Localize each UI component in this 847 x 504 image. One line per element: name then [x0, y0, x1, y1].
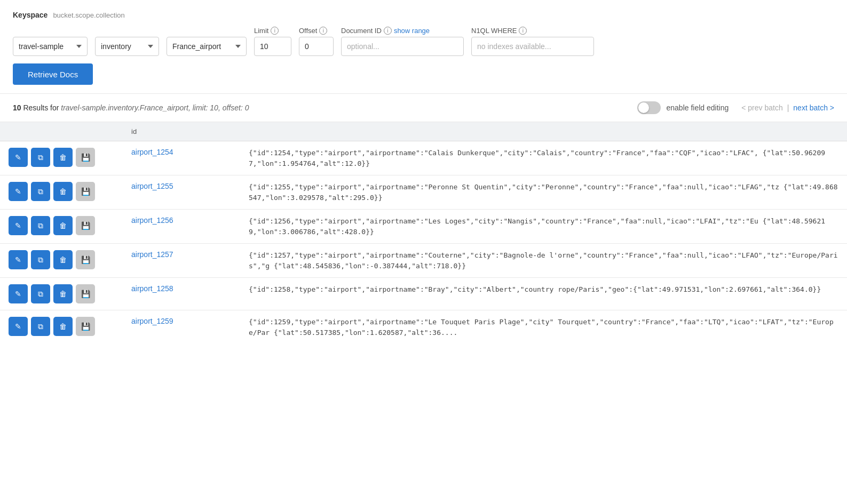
edit-button[interactable]: ✎	[9, 284, 28, 303]
save-button[interactable]: 💾	[76, 148, 95, 167]
copy-icon: ⧉	[38, 255, 43, 265]
trash-icon: 🗑	[59, 290, 67, 298]
table-row: ✎ ⧉ 🗑 💾 airport_1254{"id":1254,"type":"a…	[0, 141, 847, 175]
actions-column-header	[0, 122, 123, 141]
delete-button[interactable]: 🗑	[53, 148, 73, 167]
pencil-icon: ✎	[15, 221, 21, 230]
results-table-container: id ✎ ⧉ 🗑 💾 airport_1254{"id":1254,"type"…	[0, 122, 847, 344]
copy-button[interactable]: ⧉	[31, 148, 50, 167]
table-row: ✎ ⧉ 🗑 💾 airport_1259{"id":1259,"type":"a…	[0, 310, 847, 345]
copy-button[interactable]: ⧉	[31, 250, 50, 269]
n1ql-label: N1QL WHERE	[471, 27, 517, 35]
save-icon: 💾	[81, 255, 90, 264]
enable-editing-label: enable field editing	[666, 103, 729, 112]
document-id-cell[interactable]: airport_1255	[123, 175, 240, 210]
keyspace-label: Keyspace	[13, 11, 48, 19]
save-button[interactable]: 💾	[76, 216, 95, 235]
pencil-icon: ✎	[15, 153, 21, 162]
limit-input[interactable]	[254, 37, 291, 56]
data-column-header	[240, 122, 847, 141]
results-count: 10	[13, 103, 21, 112]
docid-input[interactable]	[341, 37, 464, 56]
scope-select[interactable]: inventory	[95, 37, 159, 56]
document-data-cell: {"id":1254,"type":"airport","airportname…	[240, 141, 847, 175]
document-id-cell[interactable]: airport_1258	[123, 278, 240, 310]
copy-icon: ⧉	[38, 290, 43, 299]
save-button[interactable]: 💾	[76, 182, 95, 201]
limit-info-icon: i	[271, 27, 279, 35]
pencil-icon: ✎	[15, 187, 21, 196]
results-summary: 10 Results for travel-sample.inventory.F…	[13, 103, 624, 112]
results-query-info: travel-sample.inventory.France_airport, …	[61, 103, 249, 112]
offset-label: Offset	[299, 27, 317, 35]
edit-button[interactable]: ✎	[9, 148, 28, 167]
edit-button[interactable]: ✎	[9, 250, 28, 269]
results-table: id ✎ ⧉ 🗑 💾 airport_1254{"id":1254,"type"…	[0, 122, 847, 344]
keyspace-sublabel: bucket.scope.collection	[53, 11, 124, 19]
save-icon: 💾	[81, 290, 90, 298]
n1ql-info-icon: i	[519, 27, 527, 35]
save-button[interactable]: 💾	[76, 317, 95, 336]
save-icon: 💾	[81, 221, 90, 230]
table-row: ✎ ⧉ 🗑 💾 airport_1256{"id":1256,"type":"a…	[0, 210, 847, 244]
copy-button[interactable]: ⧉	[31, 182, 50, 201]
collection-select[interactable]: France_airport	[167, 37, 247, 56]
copy-button[interactable]: ⧉	[31, 216, 50, 235]
trash-icon: 🗑	[59, 221, 67, 230]
document-data-cell: {"id":1255,"type":"airport","airportname…	[240, 175, 847, 210]
id-column-header: id	[123, 122, 240, 141]
edit-button[interactable]: ✎	[9, 182, 28, 201]
delete-button[interactable]: 🗑	[53, 250, 73, 269]
edit-button[interactable]: ✎	[9, 317, 28, 336]
copy-icon: ⧉	[38, 221, 43, 230]
table-row: ✎ ⧉ 🗑 💾 airport_1257{"id":1257,"type":"a…	[0, 244, 847, 278]
delete-button[interactable]: 🗑	[53, 317, 73, 336]
document-id-cell[interactable]: airport_1257	[123, 244, 240, 278]
show-range-link[interactable]: show range	[394, 27, 430, 35]
offset-info-icon: i	[319, 27, 327, 35]
save-button[interactable]: 💾	[76, 284, 95, 303]
retrieve-docs-button[interactable]: Retrieve Docs	[13, 63, 93, 85]
results-text: Results for	[23, 103, 59, 112]
save-icon: 💾	[81, 153, 90, 162]
pencil-icon: ✎	[15, 322, 21, 331]
docid-info-icon: i	[384, 27, 392, 35]
prev-batch-button[interactable]: < prev batch	[741, 103, 782, 112]
table-header-row: id	[0, 122, 847, 141]
next-batch-button[interactable]: next batch >	[793, 103, 834, 112]
trash-icon: 🗑	[59, 153, 67, 162]
trash-icon: 🗑	[59, 187, 67, 196]
action-cell: ✎ ⧉ 🗑 💾	[0, 210, 123, 244]
save-icon: 💾	[81, 187, 90, 196]
delete-button[interactable]: 🗑	[53, 216, 73, 235]
save-icon: 💾	[81, 322, 90, 331]
pencil-icon: ✎	[15, 255, 21, 264]
document-data-cell: {"id":1259,"type":"airport","airportname…	[240, 310, 847, 345]
delete-button[interactable]: 🗑	[53, 284, 73, 303]
document-id-cell[interactable]: airport_1259	[123, 310, 240, 345]
document-data-cell: {"id":1258,"type":"airport","airportname…	[240, 278, 847, 310]
table-row: ✎ ⧉ 🗑 💾 airport_1255{"id":1255,"type":"a…	[0, 175, 847, 210]
enable-editing-toggle[interactable]	[637, 101, 661, 114]
document-id-cell[interactable]: airport_1254	[123, 141, 240, 175]
n1ql-input[interactable]	[471, 37, 594, 56]
edit-button[interactable]: ✎	[9, 216, 28, 235]
bucket-select[interactable]: travel-sample	[13, 37, 88, 56]
batch-divider: |	[787, 103, 789, 112]
pencil-icon: ✎	[15, 290, 21, 298]
save-button[interactable]: 💾	[76, 250, 95, 269]
action-cell: ✎ ⧉ 🗑 💾	[0, 310, 123, 345]
trash-icon: 🗑	[59, 255, 67, 264]
copy-icon: ⧉	[38, 187, 43, 196]
delete-button[interactable]: 🗑	[53, 182, 73, 201]
limit-label: Limit	[254, 27, 268, 35]
docid-label: Document ID	[341, 27, 382, 35]
copy-button[interactable]: ⧉	[31, 317, 50, 336]
copy-icon: ⧉	[38, 153, 43, 162]
document-id-cell[interactable]: airport_1256	[123, 210, 240, 244]
document-data-cell: {"id":1257,"type":"airport","airportname…	[240, 244, 847, 278]
document-data-cell: {"id":1256,"type":"airport","airportname…	[240, 210, 847, 244]
action-cell: ✎ ⧉ 🗑 💾	[0, 141, 123, 175]
offset-input[interactable]	[299, 37, 334, 56]
copy-button[interactable]: ⧉	[31, 284, 50, 303]
